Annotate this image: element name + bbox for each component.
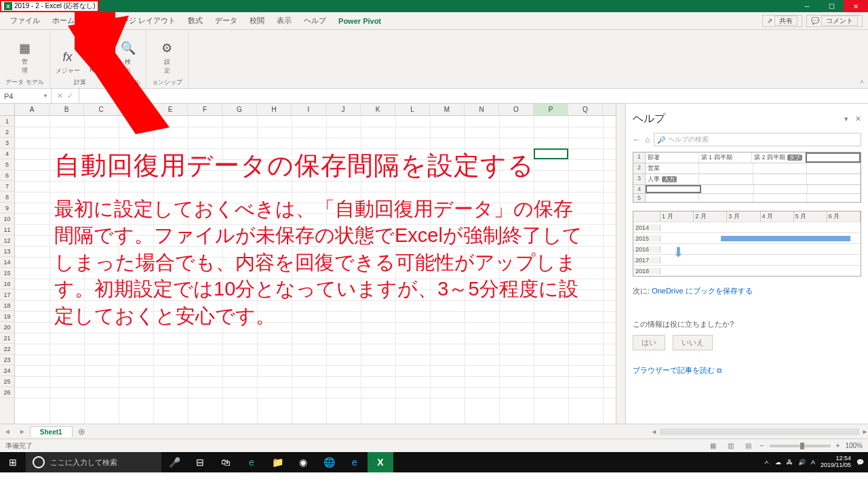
sheet-tab-1[interactable]: Sheet1 [30, 426, 73, 437]
col-header[interactable]: P [534, 104, 568, 115]
confirm-icon[interactable]: ✓ [67, 92, 73, 100]
row-header[interactable]: 6 [0, 170, 14, 181]
chrome-icon[interactable]: ◉ [290, 452, 316, 472]
kpi-button[interactable]: ◧ KPI [85, 47, 104, 75]
tray-cloud-icon[interactable]: ☁ [775, 459, 781, 466]
close-button[interactable]: ✕ [844, 0, 868, 12]
horizontal-scrollbar[interactable]: ◄► [651, 428, 868, 436]
tab-insert[interactable]: 挿入 [81, 12, 108, 29]
col-header[interactable]: O [499, 104, 534, 115]
row-header[interactable]: 19 [0, 311, 14, 322]
detect-button[interactable]: 🔍 検 出 [119, 39, 138, 75]
col-header[interactable]: Q [568, 104, 603, 115]
cancel-icon[interactable]: ✕ [57, 92, 63, 100]
open-in-browser-link[interactable]: ブラウザーで記事を読む ⧉ [633, 365, 861, 375]
col-header[interactable]: M [430, 104, 465, 115]
row-header[interactable]: 12 [0, 235, 14, 246]
row-header[interactable]: 4 [0, 148, 14, 159]
row-header[interactable]: 20 [0, 322, 14, 333]
row-header[interactable]: 26 [0, 387, 14, 398]
collapse-ribbon-button[interactable]: ㅅ [859, 77, 865, 87]
app-icon-1[interactable]: 🌐 [316, 452, 342, 472]
row-header[interactable]: 13 [0, 246, 14, 257]
row-header[interactable]: 8 [0, 192, 14, 203]
tab-view[interactable]: 表示 [271, 12, 298, 29]
select-all-cell[interactable] [0, 104, 15, 115]
row-header[interactable]: 9 [0, 203, 14, 214]
help-search-input[interactable]: 🔎 ヘルプの検索 [654, 133, 861, 146]
row-header[interactable]: 15 [0, 268, 14, 279]
tab-power-pivot[interactable]: Power Pivot [332, 12, 387, 29]
row-header[interactable]: 1 [0, 116, 14, 127]
view-page-icon[interactable]: ▥ [725, 442, 737, 449]
mic-icon[interactable]: 🎤 [161, 452, 187, 472]
col-header[interactable]: E [153, 104, 188, 115]
row-header[interactable]: 22 [0, 344, 14, 354]
share-button[interactable]: ⇗ 共有 [762, 15, 802, 27]
settings-button[interactable]: ⚙ 設 定 [157, 39, 176, 75]
maximize-button[interactable]: ☐ [819, 0, 844, 12]
taskbar-clock[interactable]: 12:542019/11/05 [821, 455, 851, 469]
col-header[interactable]: H [257, 104, 292, 115]
start-button[interactable]: ⊞ [0, 452, 26, 472]
col-header[interactable]: B [50, 104, 84, 115]
tab-file[interactable]: ファイル [4, 12, 46, 29]
task-view-icon[interactable]: ⊟ [187, 452, 213, 472]
col-header[interactable]: K [361, 104, 395, 115]
manage-button[interactable]: ▦ 管 理 [15, 39, 34, 75]
feedback-yes-button[interactable]: はい [633, 335, 665, 350]
help-back-icon[interactable]: ← [633, 135, 641, 144]
col-header[interactable]: C [84, 104, 119, 115]
tab-home[interactable]: ホーム [46, 12, 81, 29]
col-header[interactable]: F [188, 104, 222, 115]
row-header[interactable]: 5 [0, 159, 14, 170]
col-header[interactable]: D [119, 104, 153, 115]
active-cell[interactable] [534, 148, 568, 159]
zoom-in-button[interactable]: + [836, 442, 840, 449]
row-header[interactable]: 24 [0, 365, 14, 376]
tray-network-icon[interactable]: 🖧 [787, 459, 793, 466]
sheet-prev-icon[interactable]: ◄ [0, 428, 15, 435]
store-icon[interactable]: 🛍 [213, 452, 239, 472]
tray-ime-icon[interactable]: A [811, 459, 815, 466]
sheet-next-icon[interactable]: ► [15, 428, 30, 435]
row-header[interactable]: 3 [0, 138, 14, 148]
col-header[interactable]: G [222, 104, 257, 115]
view-normal-icon[interactable]: ▦ [707, 442, 719, 449]
feedback-no-button[interactable]: いいえ [673, 335, 713, 350]
excel-taskbar-icon[interactable]: X [368, 452, 393, 472]
zoom-out-button[interactable]: − [760, 442, 764, 449]
zoom-level[interactable]: 100% [845, 442, 863, 449]
minimize-button[interactable]: ─ [795, 0, 819, 12]
tray-up-icon[interactable]: ㅅ [764, 458, 770, 467]
cell-grid[interactable]: 自動回復用データの保存間隔を設定する 最初に設定しておくべきは、「自動回復用デー… [15, 116, 616, 424]
row-header[interactable]: 2 [0, 127, 14, 138]
col-header[interactable]: I [292, 104, 326, 115]
tab-review[interactable]: 校閲 [243, 12, 271, 29]
row-header[interactable]: 10 [0, 214, 14, 224]
ie-icon[interactable]: e [342, 452, 368, 472]
zoom-slider[interactable] [770, 445, 831, 447]
col-header[interactable]: A [15, 104, 50, 115]
row-header[interactable]: 7 [0, 181, 14, 192]
row-header[interactable]: 16 [0, 279, 14, 289]
comment-button[interactable]: 💬 コメント [806, 15, 863, 27]
help-home-icon[interactable]: ⌂ [645, 135, 650, 144]
notification-icon[interactable]: 💬 [856, 459, 864, 466]
row-header[interactable]: 21 [0, 333, 14, 344]
row-header[interactable]: 17 [0, 289, 14, 300]
help-options-icon[interactable]: ▾ [844, 115, 848, 123]
row-header[interactable]: 23 [0, 354, 14, 365]
name-box[interactable]: P4▼ [0, 89, 52, 103]
tab-data[interactable]: データ [209, 12, 243, 29]
measure-button[interactable]: fx メジャー [56, 47, 80, 75]
close-help-icon[interactable]: ✕ [855, 115, 861, 123]
row-header[interactable]: 14 [0, 257, 14, 268]
taskbar-search[interactable]: ここに入力して検索 [26, 452, 161, 472]
explorer-icon[interactable]: 📁 [264, 452, 290, 472]
next-link[interactable]: OneDrive にブックを保存する [652, 287, 753, 295]
row-header[interactable]: 11 [0, 224, 14, 235]
edge-icon[interactable]: e [239, 452, 264, 472]
col-header[interactable]: L [395, 104, 430, 115]
col-header[interactable]: J [326, 104, 361, 115]
